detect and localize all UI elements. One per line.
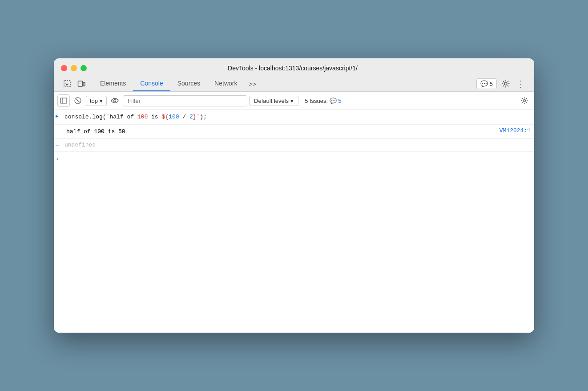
- title-bar-top: DevTools - localhost:1313/courses/javasc…: [61, 65, 527, 72]
- tab-sources[interactable]: Sources: [170, 76, 207, 91]
- clear-console-button[interactable]: [72, 94, 84, 107]
- issues-chat-icon: 💬: [480, 80, 488, 87]
- svg-point-9: [524, 100, 526, 102]
- code-100-red: 100: [137, 114, 148, 120]
- more-dots-icon: ⋮: [516, 79, 525, 88]
- code-100-blue: 100: [169, 114, 179, 120]
- code-2-blue: 2: [189, 114, 193, 120]
- code-console-log: console.log(: [64, 114, 106, 120]
- tabs: Elements Console Sources Network >>: [93, 76, 476, 91]
- console-command-code: console.log(`half of 100 is ${100 / 2}`)…: [64, 113, 531, 122]
- svg-rect-0: [64, 81, 70, 87]
- return-arrow-icon: ←: [56, 142, 64, 149]
- console-command-entry: ▶ console.log(`half of 100 is ${100 / 2}…: [54, 110, 534, 125]
- console-panel: ▶ console.log(`half of 100 is ${100 / 2}…: [54, 110, 534, 333]
- code-brace-close: }: [193, 114, 197, 120]
- tab-elements[interactable]: Elements: [93, 76, 133, 91]
- console-settings-button[interactable]: [518, 94, 531, 107]
- tab-console[interactable]: Console: [133, 76, 170, 91]
- issues-toolbar-label: 5 Issues:: [305, 98, 328, 104]
- code-paren-close: );: [200, 114, 207, 120]
- console-input[interactable]: [64, 155, 532, 162]
- settings-button[interactable]: [499, 77, 512, 90]
- close-button[interactable]: [61, 65, 67, 71]
- issues-badge[interactable]: 💬 5: [476, 78, 497, 89]
- vm-link[interactable]: VM12024:1: [491, 127, 531, 136]
- context-selector-value: top: [90, 98, 98, 104]
- code-text-is: is: [148, 114, 161, 120]
- svg-rect-2: [83, 82, 85, 86]
- console-output-row: half of 100 is 50 VM12024:1: [66, 127, 531, 136]
- console-toolbar: top ▾ Default levels ▾ 5 Issues: 💬 5: [54, 92, 534, 110]
- device-toolbar-button[interactable]: [75, 77, 88, 90]
- code-text-half: half of: [109, 114, 137, 120]
- live-expressions-button[interactable]: [109, 94, 121, 107]
- console-prompt-icon: ›: [56, 155, 64, 163]
- tab-bar-left-icons: [61, 77, 88, 90]
- inspect-element-button[interactable]: [61, 77, 73, 90]
- issues-count-label: 5: [490, 81, 493, 87]
- issues-toolbar-badge[interactable]: 5 Issues: 💬 5: [300, 96, 346, 106]
- minimize-button[interactable]: [71, 65, 77, 71]
- console-output-entry: half of 100 is 50 VM12024:1: [54, 125, 534, 139]
- expand-arrow-icon[interactable]: ▶: [56, 113, 64, 119]
- title-bar: DevTools - localhost:1313/courses/javasc…: [54, 58, 534, 92]
- issues-toolbar-number: 5: [338, 98, 341, 104]
- tabs-more-button[interactable]: >>: [244, 77, 260, 91]
- tab-bar: Elements Console Sources Network >> 💬 5: [61, 76, 527, 91]
- context-selector[interactable]: top ▾: [86, 96, 107, 106]
- devtools-window: DevTools - localhost:1313/courses/javasc…: [54, 58, 534, 333]
- more-options-button[interactable]: ⋮: [515, 77, 527, 90]
- issues-chat-small-icon: 💬: [330, 98, 337, 104]
- tab-network[interactable]: Network: [207, 76, 244, 91]
- console-undefined-entry: ← undefined: [54, 139, 534, 152]
- window-title: DevTools - localhost:1313/courses/javasc…: [94, 65, 491, 72]
- context-dropdown-arrow-icon: ▾: [100, 98, 103, 104]
- sidebar-toggle-button[interactable]: [57, 94, 70, 107]
- code-div: /: [179, 114, 189, 120]
- maximize-button[interactable]: [81, 65, 87, 71]
- console-undefined-text: undefined: [64, 142, 96, 148]
- svg-point-8: [114, 100, 116, 102]
- filter-input[interactable]: [123, 95, 247, 106]
- log-levels-label: Default levels: [254, 98, 289, 104]
- svg-rect-4: [60, 98, 67, 103]
- svg-rect-1: [78, 81, 83, 86]
- svg-point-3: [504, 82, 507, 85]
- traffic-lights: [61, 65, 87, 71]
- console-output-text: half of 100 is 50: [66, 127, 491, 136]
- tab-bar-right: 💬 5 ⋮: [476, 77, 527, 90]
- console-input-row: ›: [54, 152, 534, 166]
- svg-line-7: [76, 99, 80, 102]
- code-dollar-open: ${: [161, 114, 169, 120]
- log-levels-selector[interactable]: Default levels ▾: [249, 96, 298, 106]
- log-levels-arrow-icon: ▾: [290, 98, 294, 104]
- issues-toolbar-count: 💬 5: [330, 98, 341, 104]
